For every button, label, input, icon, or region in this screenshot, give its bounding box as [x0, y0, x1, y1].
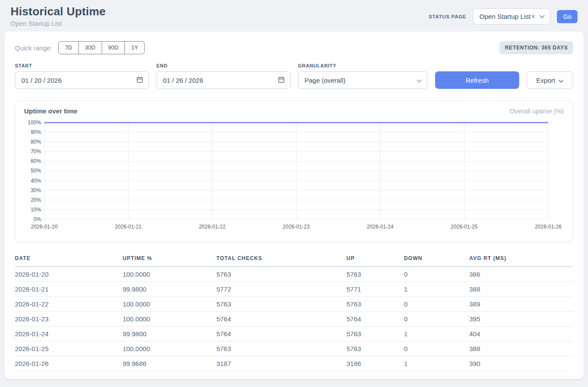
- start-date-field: START 01 / 20 / 2026: [15, 63, 149, 89]
- export-button[interactable]: Export: [527, 71, 573, 89]
- table-cell: 2026-01-26: [15, 356, 123, 371]
- table-cell: 388: [469, 282, 573, 297]
- table-cell: 5763: [347, 267, 404, 282]
- table-cell: 2026-01-22: [15, 297, 123, 312]
- granularity-value: Page (overall): [305, 77, 345, 84]
- quick-range-7d-button[interactable]: 7D: [58, 41, 79, 54]
- quick-range-row: Quick range: 7D30D90D1Y RETENTION: 365 D…: [15, 41, 573, 54]
- table-row: 2026-01-22100.0000576357630389: [15, 297, 573, 312]
- column-header: TOTAL CHECKS: [216, 252, 347, 267]
- retention-badge: RETENTION: 365 DAYS: [499, 41, 573, 54]
- svg-text:30%: 30%: [31, 187, 41, 194]
- column-header: UPTIME %: [123, 252, 216, 267]
- table-cell: 1: [404, 356, 469, 371]
- table-row: 2026-01-20100.0000576357630386: [15, 267, 573, 282]
- page-title: Historical Uptime: [11, 5, 106, 18]
- table-cell: 5772: [216, 282, 347, 297]
- main-card: Quick range: 7D30D90D1Y RETENTION: 365 D…: [4, 32, 584, 379]
- start-date-input[interactable]: 01 / 20 / 2026: [15, 71, 149, 89]
- chevron-down-icon: [539, 15, 545, 18]
- table-cell: 395: [469, 312, 573, 327]
- calendar-icon[interactable]: [278, 76, 285, 84]
- export-button-label: Export: [536, 77, 555, 84]
- svg-text:100%: 100%: [28, 120, 41, 126]
- table-cell: 5764: [347, 312, 404, 327]
- chevron-down-icon: [559, 77, 563, 84]
- end-date-input[interactable]: 01 / 26 / 2026: [156, 71, 290, 89]
- quick-range-90d-button[interactable]: 90D: [102, 41, 125, 54]
- start-label: START: [15, 63, 149, 68]
- table-cell: 386: [469, 267, 573, 282]
- table-cell: 5763: [347, 341, 404, 356]
- svg-text:2026-01-24: 2026-01-24: [367, 224, 394, 230]
- table-cell: 5763: [216, 267, 347, 282]
- table-cell: 100.0000: [123, 341, 216, 356]
- go-button[interactable]: Go: [557, 10, 577, 23]
- table-cell: 5763: [216, 297, 347, 312]
- clear-selection-icon[interactable]: ×: [531, 13, 535, 21]
- table-row: 2026-01-2199.9800577257711388: [15, 282, 573, 297]
- chevron-down-icon: [417, 77, 422, 84]
- table-cell: 5763: [216, 341, 347, 356]
- table-row: 2026-01-25100.0000576357630388: [15, 341, 573, 356]
- end-date-value: 01 / 26 / 2026: [163, 77, 203, 84]
- table-cell: 0: [404, 267, 469, 282]
- table-cell: 0: [404, 341, 469, 356]
- quick-range-30d-button[interactable]: 30D: [78, 41, 102, 54]
- table-cell: 100.0000: [123, 267, 216, 282]
- svg-text:20%: 20%: [31, 197, 41, 203]
- title-block: Historical Uptime Open Startup List: [11, 5, 106, 27]
- table-cell: 5763: [347, 297, 404, 312]
- granularity-field: GRANULARITY Page (overall): [298, 63, 428, 89]
- svg-text:40%: 40%: [31, 178, 41, 184]
- table-cell: 0: [404, 297, 469, 312]
- table-row: 2026-01-2699.9686318731861390: [15, 356, 573, 371]
- uptime-chart-card: Uptime over time Overall uptime (%) 0%10…: [15, 100, 573, 242]
- column-header: AVG RT (MS): [469, 252, 573, 267]
- table-cell: 100.0000: [123, 297, 216, 312]
- table-cell: 5764: [216, 327, 347, 341]
- table-cell: 99.9800: [123, 327, 216, 341]
- status-page-select[interactable]: Open Startup List ×: [473, 8, 550, 25]
- svg-text:2026-01-25: 2026-01-25: [451, 224, 478, 230]
- svg-text:2026-01-21: 2026-01-21: [115, 224, 142, 230]
- table-cell: 390: [469, 356, 573, 371]
- svg-text:50%: 50%: [31, 168, 41, 174]
- table-header-row: DATEUPTIME %TOTAL CHECKSUPDOWNAVG RT (MS…: [15, 252, 573, 267]
- table-cell: 5763: [347, 327, 404, 341]
- uptime-chart: 0%10%20%30%40%50%60%70%80%90%100%2026-01…: [24, 120, 564, 235]
- refresh-button[interactable]: Refresh: [435, 71, 519, 89]
- quick-range-group: 7D30D90D1Y: [58, 41, 145, 54]
- chart-legend: Overall uptime (%): [510, 107, 564, 115]
- table-cell: 100.0000: [123, 312, 216, 327]
- granularity-select[interactable]: Page (overall): [298, 71, 428, 89]
- quick-range-1y-button[interactable]: 1Y: [124, 41, 145, 54]
- table-cell: 2026-01-21: [15, 282, 123, 297]
- svg-text:70%: 70%: [31, 148, 41, 155]
- start-date-value: 01 / 20 / 2026: [21, 77, 62, 84]
- table-row: 2026-01-23100.0000576457640395: [15, 312, 573, 327]
- table-body: 2026-01-20100.00005763576303862026-01-21…: [15, 267, 573, 371]
- table-row: 2026-01-2499.9800576457631404: [15, 327, 573, 341]
- page-header: Historical Uptime Open Startup List STAT…: [0, 0, 588, 32]
- svg-text:60%: 60%: [31, 158, 41, 164]
- table-cell: 2026-01-23: [15, 312, 123, 327]
- calendar-icon[interactable]: [136, 76, 143, 84]
- table-cell: 99.9686: [123, 356, 216, 371]
- end-date-field: END 01 / 26 / 2026: [156, 63, 290, 89]
- table-cell: 389: [469, 297, 573, 312]
- table-cell: 1: [404, 282, 469, 297]
- end-label: END: [156, 63, 290, 68]
- column-header: DATE: [15, 252, 123, 267]
- quick-range-left: Quick range: 7D30D90D1Y: [15, 41, 145, 54]
- table-cell: 2026-01-24: [15, 327, 123, 341]
- svg-text:2026-01-26: 2026-01-26: [535, 224, 562, 230]
- svg-text:80%: 80%: [31, 139, 41, 145]
- status-page-label: STATUS PAGE: [429, 14, 466, 19]
- svg-text:2026-01-22: 2026-01-22: [199, 224, 226, 230]
- table-cell: 5771: [347, 282, 404, 297]
- quick-range-label: Quick range:: [15, 44, 52, 52]
- svg-text:90%: 90%: [31, 129, 41, 135]
- chart-header: Uptime over time Overall uptime (%): [24, 107, 564, 115]
- table-cell: 1: [404, 327, 469, 341]
